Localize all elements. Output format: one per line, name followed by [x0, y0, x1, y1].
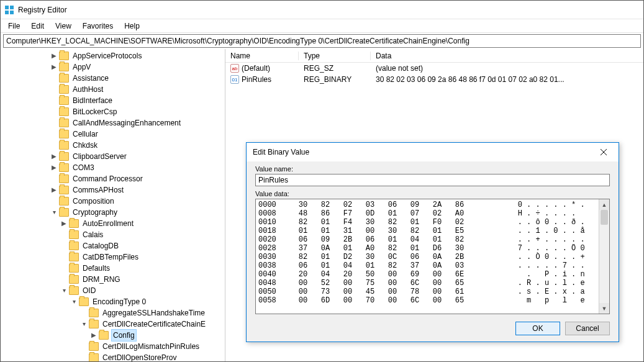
folder-icon	[59, 107, 69, 116]
tree-item[interactable]: ▶Chkdsk	[1, 140, 225, 151]
scroll-up-icon[interactable]: ▲	[599, 199, 609, 210]
expand-icon[interactable]: ▶	[50, 50, 58, 61]
registry-editor-window: Registry Editor File Edit View Favorites…	[0, 0, 644, 362]
tree-item[interactable]: ▶AutoEnrollment	[1, 218, 225, 229]
tree-item[interactable]: ▶Cellular	[1, 129, 225, 140]
tree-item-label: AppV	[71, 61, 92, 73]
tree-item-label: Composition	[71, 196, 116, 207]
dialog-close-button[interactable]	[595, 146, 612, 158]
tree-item[interactable]: ▶CertDllLogMismatchPinRules	[1, 341, 225, 352]
expand-icon[interactable]: ▶	[50, 162, 58, 173]
list-row[interactable]: ab(Default)REG_SZ(value not set)	[225, 63, 643, 74]
app-icon	[4, 5, 14, 15]
folder-icon	[59, 163, 69, 172]
folder-icon	[59, 85, 69, 94]
folder-icon	[59, 63, 69, 71]
expand-icon[interactable]: ▶	[50, 61, 58, 73]
col-type[interactable]: Type	[299, 52, 371, 60]
folder-icon	[59, 96, 69, 105]
tree-item[interactable]: ▶CommsAPHost	[1, 184, 225, 196]
col-data[interactable]: Data	[371, 52, 619, 60]
tree-item-label: AutoEnrollment	[81, 218, 135, 229]
col-name[interactable]: Name	[225, 52, 299, 60]
tree-item[interactable]: ▶AppServiceProtocols	[1, 50, 225, 61]
svg-rect-1	[10, 6, 14, 9]
tree-item[interactable]: ▶CatDBTempFiles	[1, 251, 225, 263]
tree-item[interactable]: ▶DRM_RNG	[1, 274, 225, 285]
edit-binary-dialog: Edit Binary Value Value name: PinRules V…	[246, 142, 619, 342]
tree-item[interactable]: ▶Defaults	[1, 263, 225, 274]
tree-item[interactable]: ▶AggregateSSLHandshakeTime	[1, 307, 225, 319]
tree-item-label: Calais	[81, 229, 104, 240]
folder-icon	[99, 331, 109, 340]
tree-item[interactable]: ▶AppV	[1, 61, 225, 73]
tree-item-label: CatDBTempFiles	[81, 251, 140, 263]
folder-icon	[59, 141, 69, 150]
ok-button[interactable]: OK	[515, 322, 560, 335]
expand-icon[interactable]: ▶	[60, 218, 68, 229]
tree-item[interactable]: ▶CatalogDB	[1, 240, 225, 251]
tree-pane[interactable]: ▶AppServiceProtocols▶AppV▶Assistance▶Aut…	[1, 49, 225, 361]
tree-item[interactable]: ▾CertDllCreateCertificateChainE	[1, 319, 225, 330]
tree-item[interactable]: ▶Assistance	[1, 73, 225, 84]
tree-item-label: CatalogDB	[81, 240, 120, 251]
tree-item[interactable]: ▶BidInterface	[1, 95, 225, 106]
menubar: File Edit View Favorites Help	[1, 19, 643, 33]
expand-icon[interactable]: ▶	[50, 151, 58, 162]
menu-file[interactable]: File	[3, 20, 25, 32]
folder-icon	[89, 320, 99, 328]
tree-item[interactable]: ▾OID	[1, 285, 225, 296]
tree-item-label: Cellular	[71, 129, 99, 140]
collapse-icon[interactable]: ▾	[70, 296, 78, 307]
folder-icon	[59, 74, 69, 83]
scroll-thumb[interactable]	[601, 210, 608, 225]
folder-icon	[69, 242, 79, 250]
tree-item[interactable]: ▶COM3	[1, 162, 225, 173]
tree-item[interactable]: ▶CertDllOpenStoreProv	[1, 352, 225, 361]
tree-item[interactable]: ▶AuthHost	[1, 84, 225, 95]
folder-icon	[59, 130, 69, 138]
value-name-input[interactable]: PinRules	[255, 174, 610, 186]
tree-item-label: CallAndMessagingEnhancement	[71, 117, 182, 129]
tree-item[interactable]: ▶ClipboardServer	[1, 151, 225, 162]
scroll-down-icon[interactable]: ▼	[599, 303, 609, 314]
menu-favorites[interactable]: Favorites	[78, 20, 118, 32]
cancel-button[interactable]: Cancel	[565, 322, 610, 335]
tree-item[interactable]: ▶BitLockerCsp	[1, 106, 225, 117]
svg-rect-3	[10, 11, 14, 14]
tree-item[interactable]: ▾Cryptography	[1, 207, 225, 218]
collapse-icon[interactable]: ▾	[50, 207, 58, 218]
tree-item[interactable]: ▶Calais	[1, 229, 225, 240]
collapse-icon[interactable]: ▾	[80, 319, 88, 330]
collapse-icon[interactable]: ▾	[60, 285, 68, 296]
tree-item-label: Config	[111, 329, 137, 342]
folder-icon	[69, 230, 79, 239]
menu-view[interactable]: View	[50, 20, 76, 32]
list-row[interactable]: 01PinRulesREG_BINARY30 82 02 03 06 09 2a…	[225, 74, 643, 85]
hex-editor[interactable]: 0000 30 82 02 03 06 09 2A 86 0 . . . . .…	[255, 199, 610, 314]
tree-item[interactable]: ▶Composition	[1, 196, 225, 207]
folder-icon	[59, 152, 69, 161]
binary-value-icon: 01	[230, 75, 239, 84]
dialog-buttons: OK Cancel	[247, 317, 619, 342]
tree-item[interactable]: ▶Config	[1, 330, 225, 341]
value-name-label: Value name:	[255, 165, 610, 173]
folder-icon	[69, 219, 79, 228]
value-name: PinRules	[242, 75, 271, 84]
address-bar[interactable]: Computer\HKEY_LOCAL_MACHINE\SOFTWARE\Mic…	[3, 34, 641, 48]
tree-item-label: CertDllLogMismatchPinRules	[101, 341, 201, 352]
address-path: Computer\HKEY_LOCAL_MACHINE\SOFTWARE\Mic…	[6, 37, 469, 45]
tree-item-label: AggregateSSLHandshakeTime	[101, 307, 206, 319]
window-title: Registry Editor	[18, 6, 67, 14]
expand-icon[interactable]: ▶	[50, 184, 58, 196]
hex-scrollbar[interactable]: ▲ ▼	[599, 199, 609, 314]
folder-icon	[69, 286, 79, 295]
tree-item[interactable]: ▶Command Processor	[1, 173, 225, 184]
menu-help[interactable]: Help	[119, 20, 145, 32]
expand-icon[interactable]: ▶	[90, 330, 98, 341]
tree-item[interactable]: ▶CallAndMessagingEnhancement	[1, 117, 225, 129]
folder-icon	[89, 309, 99, 317]
menu-edit[interactable]: Edit	[26, 20, 49, 32]
tree-item[interactable]: ▾EncodingType 0	[1, 296, 225, 307]
tree-item-label: DRM_RNG	[81, 274, 122, 285]
